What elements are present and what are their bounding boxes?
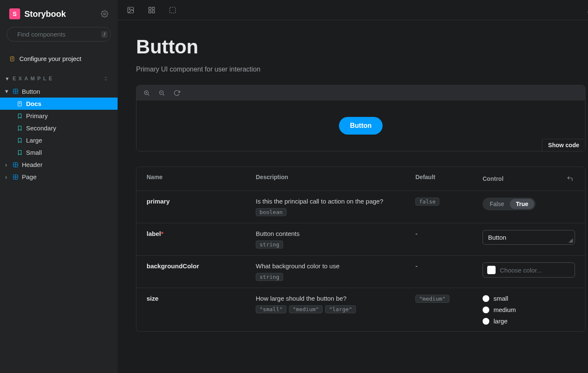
preview-canvas: Button Show code (136, 101, 585, 151)
radio-dot-icon (483, 295, 489, 302)
configure-project-link[interactable]: Configure your project (0, 52, 118, 66)
svg-point-20 (129, 8, 130, 10)
svg-rect-21 (149, 7, 151, 9)
radio-option[interactable]: medium (483, 306, 575, 313)
svg-line-29 (148, 94, 149, 95)
args-table-header: Name Description Default Control (136, 167, 585, 191)
arg-control: FalseTrue (483, 198, 575, 210)
radio-label: medium (494, 306, 516, 313)
args-table: Name Description Default Control primary… (136, 167, 585, 332)
svg-rect-23 (149, 11, 151, 13)
args-row: backgroundColorWhat background color to … (136, 255, 585, 288)
chevron-down-icon: ▾ (5, 87, 9, 95)
sidebar-header: S Storybook (0, 0, 118, 27)
tree-item-button[interactable]: ▾ Button (0, 85, 118, 98)
docs-content: Button Primary UI component for user int… (118, 20, 588, 373)
type-chip: boolean (256, 208, 286, 216)
chevron-right-icon: › (5, 173, 9, 180)
default-chip: false (415, 198, 439, 206)
type-chip: string (256, 273, 283, 281)
grid-addon-button[interactable] (146, 5, 157, 16)
tree-item-docs[interactable]: Docs (0, 98, 118, 110)
arg-default: - (415, 262, 483, 270)
boolean-toggle[interactable]: FalseTrue (483, 198, 536, 210)
tree-label: Button (22, 88, 40, 95)
arg-default: "medium" (415, 295, 483, 303)
main: Button Primary UI component for user int… (118, 0, 588, 373)
radio-label: small (494, 295, 508, 302)
radio-option[interactable]: large (483, 317, 575, 325)
radio-label: large (494, 317, 507, 325)
tree-item-secondary[interactable]: Secondary (0, 122, 118, 134)
default-chip: "medium" (415, 295, 449, 303)
search-field[interactable]: / (7, 27, 111, 42)
arg-description: How large should the button be?"small""m… (256, 295, 415, 313)
reset-controls-button[interactable] (565, 174, 575, 184)
args-row: sizeHow large should the button be?"smal… (136, 288, 585, 331)
sidebar-group-label[interactable]: ▾ EXAMPLE (0, 71, 118, 85)
svg-point-0 (104, 13, 106, 15)
search-shortcut: / (101, 31, 108, 38)
configure-label: Configure your project (19, 55, 81, 62)
zoom-out-icon (158, 90, 165, 96)
bookmark-icon (17, 150, 23, 156)
zoom-in-icon (143, 90, 150, 96)
outline-icon (169, 6, 176, 14)
sidebar: S Storybook / Configure your project ▾ E… (0, 0, 118, 373)
document-icon (9, 56, 15, 62)
grid-icon (148, 6, 155, 14)
type-chip: string (256, 241, 283, 249)
toggle-false[interactable]: False (484, 199, 510, 209)
col-description: Description (256, 174, 415, 180)
search-input[interactable] (17, 31, 97, 38)
tree-label: Small (26, 149, 42, 156)
component-icon (13, 162, 18, 168)
brand[interactable]: S Storybook (9, 8, 66, 19)
zoom-out-button[interactable] (158, 90, 165, 96)
show-code-button[interactable]: Show code (542, 139, 585, 151)
brand-name: Storybook (24, 9, 66, 19)
image-icon (127, 6, 134, 14)
arg-description: Is this the principal call to action on … (256, 198, 415, 216)
tree-item-primary[interactable]: Primary (0, 110, 118, 122)
undo-icon (567, 175, 573, 182)
tree-item-page[interactable]: › Page (0, 171, 118, 183)
zoom-in-button[interactable] (143, 90, 150, 96)
preview-panel: Button Show code (136, 85, 585, 151)
tree-label: Page (22, 173, 37, 180)
tree-label: Secondary (26, 124, 56, 132)
radio-option[interactable]: small (483, 295, 575, 302)
tree-item-header[interactable]: › Header (0, 159, 118, 171)
type-chip: "medium" (289, 305, 323, 313)
fullscreen-button[interactable] (585, 5, 588, 16)
toggle-true[interactable]: True (510, 199, 534, 209)
image-addon-button[interactable] (125, 5, 136, 16)
text-control[interactable]: Button (483, 230, 575, 245)
arg-control: smallmediumlarge (483, 295, 575, 325)
preview-toolbar (136, 85, 585, 101)
tree-label: Header (22, 161, 42, 168)
arg-name: backgroundColor (147, 262, 256, 270)
required-marker-icon: * (161, 230, 163, 237)
tree-item-small[interactable]: Small (0, 146, 118, 159)
col-control: Control (483, 175, 504, 182)
demo-button[interactable]: Button (339, 117, 383, 135)
color-control[interactable]: Choose color... (483, 262, 575, 278)
tree-item-large[interactable]: Large (0, 134, 118, 146)
expand-collapse-icon[interactable] (103, 76, 108, 81)
radio-dot-icon (483, 307, 489, 313)
type-chip: "large" (325, 305, 356, 313)
zoom-reset-button[interactable] (173, 90, 180, 96)
refresh-icon (173, 90, 180, 96)
settings-button[interactable] (101, 10, 108, 18)
radio-control: smallmediumlarge (483, 295, 575, 325)
arg-control: Button (483, 230, 575, 245)
chevron-right-icon: › (5, 161, 9, 168)
arg-control: Choose color... (483, 262, 575, 278)
svg-rect-25 (170, 7, 176, 13)
page-title: Button (136, 35, 585, 58)
toolbar (118, 0, 588, 20)
arg-name: primary (147, 198, 256, 205)
outline-addon-button[interactable] (167, 5, 178, 16)
brand-logo-icon: S (9, 8, 20, 19)
